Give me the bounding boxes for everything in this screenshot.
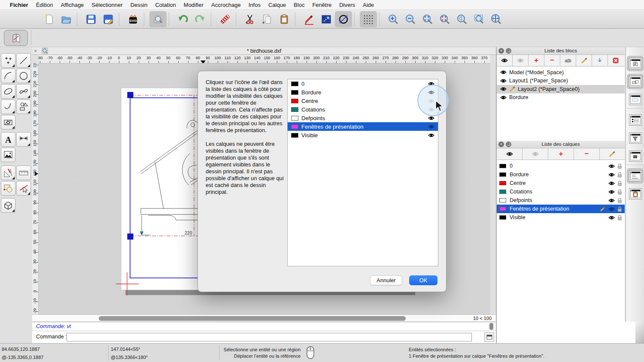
- layer-row[interactable]: Defpoints: [497, 196, 625, 205]
- menu-modifier[interactable]: Modifier: [180, 2, 207, 8]
- dialog-layer-row[interactable]: Visible: [288, 131, 438, 139]
- selection-handle[interactable]: [128, 92, 133, 98]
- menu-aide[interactable]: Aide: [359, 2, 378, 8]
- eye-icon[interactable]: [428, 124, 434, 129]
- eye-icon[interactable]: [500, 87, 507, 91]
- block-row[interactable]: Layout1 (*Paper_Space): [497, 77, 625, 85]
- measure-tool[interactable]: [16, 166, 31, 180]
- layer-row[interactable]: Cotations: [497, 187, 625, 196]
- arc-tool[interactable]: [1, 69, 15, 83]
- show-all-blocks-button[interactable]: [497, 55, 513, 66]
- polyline-tool[interactable]: [1, 100, 15, 114]
- dimension-tool[interactable]: [16, 132, 31, 147]
- draft-mode-button[interactable]: [335, 11, 352, 27]
- dialog-layer-row[interactable]: Fenêtres de présentation: [288, 122, 438, 131]
- eye-icon[interactable]: [608, 215, 615, 220]
- copy-button[interactable]: [258, 11, 276, 27]
- hatch-tool[interactable]: [1, 115, 15, 130]
- image-tool[interactable]: [1, 148, 15, 162]
- undo-button[interactable]: [174, 11, 191, 27]
- eye-icon[interactable]: [608, 198, 615, 203]
- spline-tool[interactable]: [16, 84, 31, 99]
- edit-layer-button[interactable]: [600, 148, 624, 160]
- dialog-layer-row[interactable]: Defpoints: [288, 114, 438, 122]
- insert-block-button[interactable]: [592, 55, 608, 66]
- modify-tool[interactable]: [1, 181, 15, 196]
- menu-bloc[interactable]: Bloc: [290, 2, 308, 8]
- eye-icon[interactable]: [608, 172, 615, 177]
- lock-icon[interactable]: [617, 172, 622, 178]
- delete-block-button[interactable]: [608, 55, 623, 66]
- zoom-window-button[interactable]: [471, 11, 488, 27]
- menu-s-lectionner[interactable]: Sélectionner: [88, 2, 126, 8]
- show-all-layers-button[interactable]: [497, 148, 522, 160]
- menu-fen-tre[interactable]: Fenêtre: [308, 2, 335, 8]
- hide-all-layers-button[interactable]: [522, 148, 548, 160]
- eye-icon[interactable]: [428, 116, 434, 121]
- horizontal-scrollbar-thumb[interactable]: [99, 316, 406, 321]
- pan-button[interactable]: [488, 11, 505, 27]
- ellipse-tool[interactable]: [1, 84, 15, 99]
- menu-cotation[interactable]: Cotation: [151, 2, 179, 8]
- open-file-button[interactable]: [58, 11, 75, 27]
- line-tool[interactable]: [16, 53, 31, 68]
- dock-command-widget-toggle[interactable]: [627, 168, 644, 184]
- layer-row[interactable]: Visible: [497, 213, 625, 222]
- eye-icon[interactable]: [500, 70, 507, 75]
- zoom-auto-button[interactable]: [419, 11, 436, 27]
- dock-filter-toggle[interactable]: [627, 130, 644, 146]
- scale-reference-button[interactable]: [318, 11, 335, 27]
- block-row[interactable]: Model (*Model_Space): [497, 68, 625, 77]
- block-row[interactable]: Layout2 (*Paper_Space0): [497, 85, 625, 94]
- save-button[interactable]: [82, 11, 100, 27]
- lock-icon[interactable]: [617, 189, 622, 195]
- hide-all-blocks-button[interactable]: [513, 55, 529, 66]
- eye-icon[interactable]: [608, 181, 615, 186]
- lock-icon[interactable]: [617, 215, 622, 220]
- menu-affichage[interactable]: Affichage: [57, 2, 88, 8]
- eye-icon[interactable]: [608, 164, 615, 169]
- command-input[interactable]: [67, 333, 472, 341]
- workspace-button[interactable]: [4, 30, 28, 46]
- print-preview-button[interactable]: [149, 11, 167, 27]
- dock-clipboard-toggle[interactable]: [627, 186, 644, 202]
- zoom-in-button[interactable]: [385, 11, 402, 27]
- lock-icon[interactable]: [617, 198, 622, 203]
- cancel-button[interactable]: Annuler: [370, 275, 402, 285]
- dialog-layer-row[interactable]: Centre: [288, 97, 438, 105]
- add-layer-button[interactable]: +: [548, 148, 574, 160]
- remove-layer-button[interactable]: −: [574, 148, 600, 160]
- shapes-tool[interactable]: [16, 100, 31, 114]
- dock-block-list-toggle[interactable]: [627, 148, 644, 164]
- layer-row[interactable]: Bordure: [497, 170, 625, 179]
- menu-dessin[interactable]: Dessin: [127, 2, 152, 8]
- redo-button[interactable]: [191, 11, 209, 27]
- ok-button[interactable]: OK: [409, 275, 437, 285]
- eye-icon[interactable]: [500, 78, 507, 83]
- edit-block-button[interactable]: [576, 55, 592, 66]
- menu-divers[interactable]: Divers: [335, 2, 359, 8]
- save-as-button[interactable]: [100, 11, 117, 27]
- history-scrollbar-thumb[interactable]: [489, 323, 493, 330]
- drafting-aids-tool[interactable]: [1, 166, 15, 180]
- zoom-selection-button[interactable]: [436, 11, 453, 27]
- remove-block-button[interactable]: −: [544, 55, 560, 66]
- rename-block-button[interactable]: a|b: [560, 55, 576, 66]
- menu-fichier[interactable]: Fichier: [6, 2, 32, 8]
- zoom-previous-button[interactable]: [453, 11, 471, 27]
- delete-button[interactable]: [216, 11, 234, 27]
- menu-calque[interactable]: Calque: [264, 2, 290, 8]
- dialog-layer-row[interactable]: Cotations: [288, 105, 438, 114]
- eye-icon[interactable]: [500, 95, 507, 100]
- cut-button[interactable]: [241, 11, 258, 27]
- new-file-button[interactable]: [40, 11, 58, 27]
- dialog-layer-row[interactable]: 0: [288, 79, 438, 88]
- menu--dition[interactable]: Édition: [32, 2, 57, 8]
- dialog-layer-row[interactable]: Bordure: [288, 88, 438, 97]
- add-block-button[interactable]: +: [529, 55, 544, 66]
- dock-views-toggle[interactable]: [627, 56, 644, 71]
- grid-snap-button[interactable]: [360, 11, 377, 27]
- circle-tool[interactable]: [16, 69, 31, 83]
- svg-export-button[interactable]: SVG: [125, 11, 142, 27]
- dock-layer-list-toggle[interactable]: [627, 112, 644, 128]
